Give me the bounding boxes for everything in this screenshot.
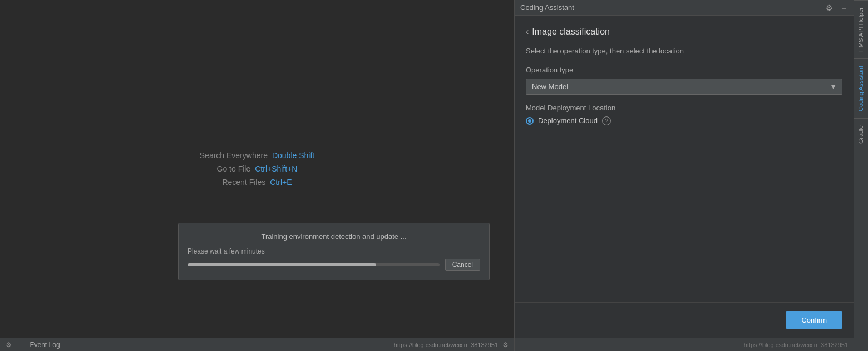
panel-title: Coding Assistant [520, 3, 574, 12]
hint-row-search: Search Everywhere Double Shift [200, 151, 314, 160]
page-title: Image classification [532, 27, 610, 37]
page-subtitle: Select the operation type, then select t… [526, 46, 842, 57]
status-gear-icon[interactable]: ⚙ [502, 341, 509, 349]
side-tabs: HMS API Helper Coding Assistant Gradle [854, 0, 868, 351]
hint-label-recent: Recent Files [222, 178, 265, 187]
confirm-button[interactable]: Confirm [786, 311, 842, 329]
operation-type-label: Operation type [526, 66, 842, 74]
hint-label-search: Search Everywhere [200, 151, 268, 160]
operation-type-section: Operation type New Model Existing Model … [526, 66, 842, 95]
operation-type-select[interactable]: New Model Existing Model [526, 79, 842, 95]
progress-title: Training environment detection and updat… [188, 232, 480, 241]
panel-minimize-button[interactable] [840, 2, 848, 13]
deployment-radio-group: Deployment Cloud ? [526, 116, 842, 125]
progress-row: Cancel [188, 259, 480, 271]
info-icon-deployment-cloud[interactable]: ? [602, 116, 611, 125]
status-bar: ⚙ ─ Event Log https://blog.csdn.net/weix… [0, 338, 514, 351]
deployment-location-section: Model Deployment Location Deployment Clo… [526, 104, 842, 125]
back-nav[interactable]: ‹ Image classification [526, 27, 842, 37]
panel-status-bar: https://blog.csdn.net/weixin_38132951 [515, 338, 854, 351]
event-log-label[interactable]: Event Log [30, 341, 60, 349]
progress-bar-container [188, 263, 440, 266]
hint-shortcut-file: Ctrl+Shift+N [255, 164, 297, 173]
progress-dialog: Training environment detection and updat… [178, 223, 490, 280]
right-panel: Coding Assistant ‹ Image classification … [514, 0, 854, 351]
status-url: https://blog.csdn.net/weixin_38132951 [394, 342, 498, 348]
hint-shortcut-recent: Ctrl+E [270, 178, 292, 187]
status-bar-right: https://blog.csdn.net/weixin_38132951 ⚙ [394, 341, 509, 349]
hint-row-file: Go to File Ctrl+Shift+N [217, 164, 298, 173]
operation-type-select-wrapper: New Model Existing Model ▼ [526, 79, 842, 95]
radio-label-deployment-cloud: Deployment Cloud [538, 116, 598, 125]
radio-dot-deployment-cloud [526, 117, 534, 125]
progress-bar-fill [188, 263, 376, 266]
panel-footer: Confirm [515, 302, 854, 338]
hint-row-recent: Recent Files Ctrl+E [222, 178, 292, 187]
panel-gear-button[interactable] [823, 2, 835, 13]
back-arrow-icon: ‹ [526, 27, 529, 37]
cancel-button[interactable]: Cancel [445, 259, 480, 271]
panel-header-actions [823, 2, 848, 13]
hint-label-file: Go to File [217, 164, 251, 173]
deployment-location-label: Model Deployment Location [526, 104, 842, 112]
editor-area: Search Everywhere Double Shift Go to Fil… [0, 0, 514, 351]
panel-header: Coding Assistant [515, 0, 854, 16]
radio-item-deployment-cloud[interactable]: Deployment Cloud ? [526, 116, 842, 125]
side-tab-hms-api-helper[interactable]: HMS API Helper [854, 0, 868, 58]
gear-status-icon[interactable]: ⚙ [6, 341, 12, 349]
progress-message: Please wait a few minutes [188, 247, 480, 255]
editor-content: Search Everywhere Double Shift Go to Fil… [0, 0, 514, 338]
side-tab-coding-assistant[interactable]: Coding Assistant [854, 58, 868, 118]
hint-shortcut-search: Double Shift [272, 151, 314, 160]
panel-content: ‹ Image classification Select the operat… [515, 16, 854, 302]
side-tab-gradle[interactable]: Gradle [854, 118, 868, 150]
minus-status-icon[interactable]: ─ [18, 341, 23, 349]
panel-status-url: https://blog.csdn.net/weixin_38132951 [744, 342, 848, 348]
